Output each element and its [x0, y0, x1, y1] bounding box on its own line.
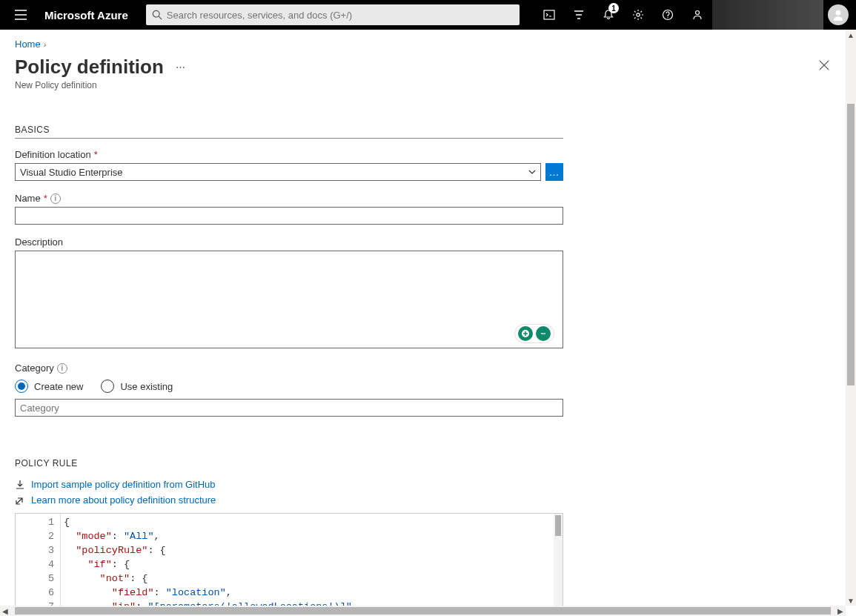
- definition-location-value: Visual Studio Enterprise: [20, 167, 123, 178]
- svg-point-3: [637, 13, 640, 16]
- description-label: Description: [15, 236, 563, 248]
- editor-scroll-thumb[interactable]: [555, 515, 561, 536]
- definition-location-label: Definition location*: [15, 149, 563, 160]
- search-icon: [152, 10, 162, 20]
- editor-assistant-widget[interactable]: [514, 324, 554, 343]
- editor-gutter: 1234567: [16, 514, 60, 615]
- category-use-existing-radio[interactable]: Use existing: [101, 380, 173, 393]
- svg-point-6: [696, 11, 700, 15]
- scroll-down-arrow-icon[interactable]: ▼: [846, 595, 856, 606]
- category-label: Category i: [15, 362, 563, 374]
- info-icon[interactable]: i: [50, 193, 61, 204]
- svg-point-5: [667, 17, 668, 18]
- editor-vertical-scrollbar[interactable]: [554, 514, 563, 615]
- download-icon: [15, 480, 25, 490]
- gear-icon: [632, 9, 644, 21]
- global-search-input[interactable]: [167, 10, 514, 21]
- chevron-right-icon: ›: [44, 40, 47, 49]
- import-sample-link[interactable]: Import sample policy definition from Git…: [15, 479, 563, 490]
- policy-rule-section-heading: POLICY RULE: [15, 428, 563, 471]
- name-input[interactable]: [15, 207, 563, 225]
- feedback-icon: [691, 9, 703, 21]
- definition-location-select[interactable]: Visual Studio Enterprise: [15, 163, 541, 181]
- breadcrumb-home-link[interactable]: Home: [15, 39, 41, 50]
- policy-rule-editor[interactable]: 1234567 { "mode": "All", "policyRule": {…: [15, 513, 563, 615]
- top-icon-group: 1: [534, 0, 856, 30]
- breadcrumb: Home ›: [0, 30, 856, 53]
- avatar-icon: [832, 8, 845, 21]
- scroll-up-arrow-icon[interactable]: ▲: [846, 30, 856, 40]
- global-search[interactable]: [146, 4, 520, 25]
- user-avatar[interactable]: [828, 4, 849, 25]
- basics-section-heading: BASICS: [15, 95, 563, 139]
- top-header-bar: Microsoft Azure 1: [0, 0, 856, 30]
- page-title: Policy definition: [15, 56, 164, 79]
- page-horizontal-scrollbar[interactable]: ◀ ▶: [0, 606, 846, 615]
- feedback-button[interactable]: [683, 0, 712, 30]
- assistant-add-icon: [518, 326, 533, 341]
- settings-button[interactable]: [623, 0, 653, 30]
- svg-point-0: [153, 10, 159, 17]
- page-more-button[interactable]: ⋯: [173, 59, 188, 76]
- scope-picker-button[interactable]: …: [545, 163, 563, 181]
- content-scroll-area[interactable]: BASICS Definition location* Visual Studi…: [0, 95, 856, 615]
- category-radio-group: Create new Use existing: [15, 380, 563, 393]
- assistant-check-icon: [536, 326, 551, 341]
- close-blade-button[interactable]: [814, 56, 834, 77]
- external-link-icon: [15, 495, 25, 506]
- ellipsis-icon: …: [549, 166, 560, 178]
- page-vertical-scroll-thumb[interactable]: [847, 104, 855, 385]
- scroll-right-arrow-icon[interactable]: ▶: [835, 606, 846, 615]
- notification-badge: 1: [608, 3, 619, 13]
- page-horizontal-scroll-thumb[interactable]: [15, 607, 831, 615]
- svg-line-1: [159, 16, 162, 19]
- chevron-down-icon: [528, 168, 536, 176]
- filter-icon: [573, 9, 585, 21]
- name-label: Name* i: [15, 193, 563, 204]
- page-vertical-scrollbar[interactable]: ▲ ▼: [846, 30, 856, 606]
- info-icon[interactable]: i: [57, 363, 67, 374]
- svg-point-7: [836, 10, 841, 16]
- scroll-left-arrow-icon[interactable]: ◀: [0, 606, 10, 615]
- help-icon: [662, 9, 674, 21]
- description-textarea[interactable]: [15, 251, 563, 348]
- category-input[interactable]: [15, 399, 563, 417]
- account-info-block[interactable]: [712, 0, 823, 30]
- hamburger-icon: [15, 10, 27, 20]
- help-button[interactable]: [653, 0, 683, 30]
- editor-code-area[interactable]: { "mode": "All", "policyRule": { "if": {…: [61, 514, 554, 615]
- brand-label: Microsoft Azure: [36, 9, 140, 21]
- notifications-button[interactable]: 1: [594, 0, 623, 30]
- cloud-shell-button[interactable]: [534, 0, 564, 30]
- learn-more-link[interactable]: Learn more about policy definition struc…: [15, 494, 563, 506]
- directory-filter-button[interactable]: [564, 0, 594, 30]
- svg-rect-2: [544, 10, 554, 19]
- category-create-new-radio[interactable]: Create new: [15, 380, 83, 393]
- page-header: Policy definition ⋯ New Policy definitio…: [0, 53, 856, 95]
- cloud-shell-icon: [543, 9, 555, 21]
- page-subtitle: New Policy definition: [15, 80, 188, 90]
- close-icon: [819, 60, 829, 70]
- hamburger-menu-button[interactable]: [6, 0, 36, 30]
